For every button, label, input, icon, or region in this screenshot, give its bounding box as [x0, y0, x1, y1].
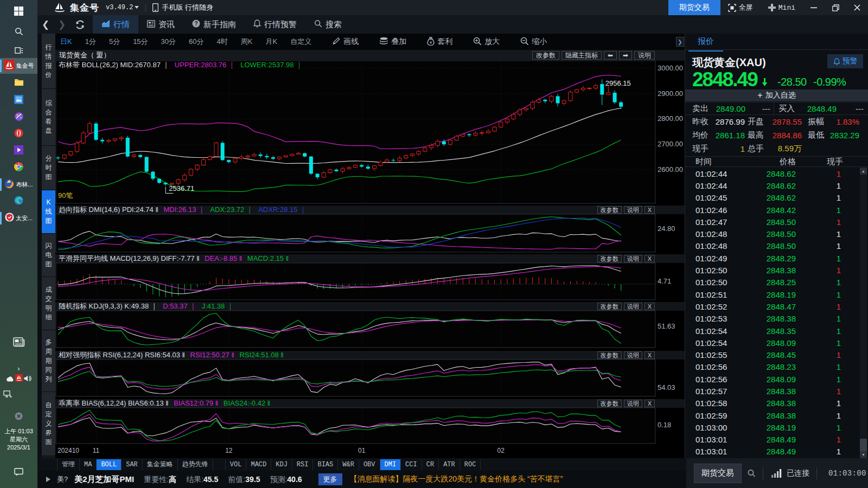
- refresh-button[interactable]: [70, 15, 90, 34]
- taskbar-item-explorer[interactable]: [0, 75, 37, 91]
- alert-button[interactable]: 预警: [827, 54, 863, 68]
- indicator-tab-RSI[interactable]: RSI: [292, 459, 314, 470]
- period-5分[interactable]: 5分: [109, 37, 120, 47]
- sidebar-tab-2[interactable]: 分时图: [42, 146, 55, 190]
- chart-header-button-0[interactable]: 改参数: [532, 51, 559, 60]
- chart-header-button-1[interactable]: 隐藏主指标: [561, 51, 602, 60]
- action-center-button[interactable]: [0, 464, 37, 480]
- sidebar-tab-5[interactable]: 成交明细: [42, 277, 55, 330]
- status-search-icon[interactable]: [747, 468, 756, 478]
- tool-stack[interactable]: 叠加: [379, 37, 406, 47]
- chart-header-button-3[interactable]: ➡: [619, 51, 632, 60]
- news-headline[interactable]: 【消息面解读】隔夜一度大跌20美元！黄金价格多头 “苦不堪言”: [350, 474, 563, 484]
- taskbar-item-firefox[interactable]: 布林...: [0, 177, 37, 192]
- indicator-tab-SAR[interactable]: SAR: [122, 459, 143, 470]
- taskbar-item-search[interactable]: [0, 24, 37, 40]
- indicator-tab-MA[interactable]: MA: [80, 459, 97, 470]
- tray-close-icon[interactable]: [0, 408, 37, 424]
- fullscreen-button[interactable]: 全屏: [728, 3, 753, 12]
- zoomout-icon: [520, 37, 529, 47]
- tool-pencil[interactable]: 画线: [332, 37, 359, 47]
- indicator-tab-CCI[interactable]: CCI: [401, 459, 422, 470]
- version-label[interactable]: v3.49.2: [106, 4, 139, 11]
- period-自定义[interactable]: 自定义: [290, 37, 311, 47]
- tool-zoomin[interactable]: 放大: [473, 37, 500, 47]
- nav-item-chart[interactable]: 行情: [93, 15, 138, 34]
- tab-quote[interactable]: 报价: [688, 36, 723, 52]
- taskbar-item-photos[interactable]: [0, 93, 37, 108]
- indicator-tab-趋势先锋[interactable]: 趋势先锋: [178, 458, 213, 471]
- nav-forward-button[interactable]: ❯: [54, 15, 70, 34]
- indicator-tab-ATR[interactable]: ATR: [439, 459, 460, 470]
- collapse-panel-button[interactable]: ❯: [676, 37, 684, 47]
- period-4时[interactable]: 4时: [217, 37, 228, 47]
- period-15分[interactable]: 15分: [133, 37, 148, 47]
- restore-button[interactable]: [825, 0, 846, 15]
- taskbar-item-chrome[interactable]: [0, 160, 37, 176]
- taskbar-item-opera[interactable]: [0, 126, 37, 142]
- taskbar-item-start[interactable]: [0, 4, 37, 20]
- chart-header-button-2[interactable]: ⬅: [604, 51, 617, 60]
- mobile-version-label[interactable]: 手机版 行情随身: [162, 3, 213, 12]
- network-icon[interactable]: [0, 386, 37, 402]
- indicator-tab-DMI[interactable]: DMI: [380, 459, 401, 470]
- taskbar-item-taian[interactable]: 太安...: [0, 210, 37, 226]
- kline-chart-canvas[interactable]: 3000.002900.002800.002700.002600.002536.…: [55, 61, 685, 458]
- indicator-tab-OBV[interactable]: OBV: [359, 459, 380, 470]
- nav-back-button[interactable]: ❮: [37, 15, 54, 34]
- indicator-tab-BIAS[interactable]: BIAS: [313, 459, 338, 470]
- indicator-tab-BOLL[interactable]: BOLL: [97, 459, 122, 470]
- taskbar-item-edge[interactable]: [0, 194, 37, 209]
- onedrive-cloud-icon[interactable]: [6, 374, 14, 384]
- indicator-tab-CR[interactable]: CR: [422, 459, 439, 470]
- taskbar-item-widgets[interactable]: [0, 335, 37, 351]
- futures-trade-button[interactable]: 期货交易: [668, 0, 720, 15]
- nav-item-bell[interactable]: 行情预警: [245, 15, 305, 34]
- jijinhao-tray-icon[interactable]: [15, 374, 23, 384]
- sidebar-tab-6[interactable]: 多周期同列: [42, 330, 55, 392]
- taskbar-item-jijinhao[interactable]: 集金号: [0, 58, 37, 74]
- add-watchlist-button[interactable]: +加入自选: [685, 89, 868, 101]
- sidebar-tab-0[interactable]: 行情报价: [42, 34, 55, 89]
- indicator-tab-集金策略[interactable]: 集金策略: [143, 458, 178, 471]
- tool-zoomout[interactable]: 缩小: [520, 37, 547, 47]
- sidebar-tab-1[interactable]: 综合看盘: [42, 89, 55, 146]
- tray-icons[interactable]: [0, 374, 37, 384]
- tool-bag[interactable]: ¥套利: [427, 37, 452, 47]
- trades-list[interactable]: 01:02:442848.62101:02:442848.62101:02:45…: [685, 168, 868, 458]
- indicator-tab-ROC[interactable]: ROC: [460, 459, 481, 470]
- nav-item-question[interactable]: ?新手指南: [183, 15, 245, 34]
- indicator-tab-VOL[interactable]: VOL: [225, 459, 247, 470]
- taskbar-item-task-view[interactable]: [0, 43, 37, 59]
- nav-item-magnifier[interactable]: 搜索: [305, 15, 350, 34]
- indicator-tab-管理[interactable]: 管理: [57, 458, 80, 471]
- scroll-down-button[interactable]: ▼: [860, 451, 867, 458]
- status-trade-button[interactable]: 期货交易: [694, 464, 742, 483]
- period-30分[interactable]: 30分: [161, 37, 176, 47]
- period-1分[interactable]: 1分: [85, 37, 96, 47]
- period-周K[interactable]: 周K: [241, 37, 253, 47]
- sidebar-tab-4[interactable]: 闪电图: [42, 234, 55, 277]
- news-more-button[interactable]: 更多: [318, 473, 342, 485]
- close-button[interactable]: [846, 0, 868, 15]
- indicator-tab-MACD[interactable]: MACD: [246, 459, 271, 470]
- chart-header-button-4[interactable]: 说明: [634, 51, 655, 60]
- minimize-button[interactable]: [803, 0, 825, 15]
- nav-item-news[interactable]: 资讯: [138, 15, 183, 34]
- sidebar-tab-7[interactable]: 自定义界面: [42, 392, 55, 456]
- indicator-tab-KDJ[interactable]: KDJ: [271, 459, 292, 470]
- trades-scrollbar[interactable]: ▲ ▼: [860, 168, 867, 458]
- speaker-icon[interactable]: [24, 374, 31, 384]
- period-日K[interactable]: 日K: [60, 37, 72, 47]
- scroll-up-button[interactable]: ▲: [860, 168, 867, 175]
- taskbar-item-movies[interactable]: [0, 143, 37, 159]
- period-月K[interactable]: 月K: [265, 37, 277, 47]
- period-60分[interactable]: 60分: [189, 37, 203, 47]
- taskbar-item-paint[interactable]: [0, 110, 37, 125]
- taskbar-clock[interactable]: 上午 01:03星期六2025/3/1: [0, 427, 37, 452]
- svg-text:12: 12: [225, 447, 233, 454]
- sidebar-tab-3[interactable]: K线图: [42, 190, 55, 234]
- news-event-title[interactable]: 美2月芝加哥PMI: [74, 474, 134, 485]
- mini-mode-button[interactable]: Mini: [768, 4, 795, 12]
- indicator-tab-W&R[interactable]: W&R: [338, 459, 359, 470]
